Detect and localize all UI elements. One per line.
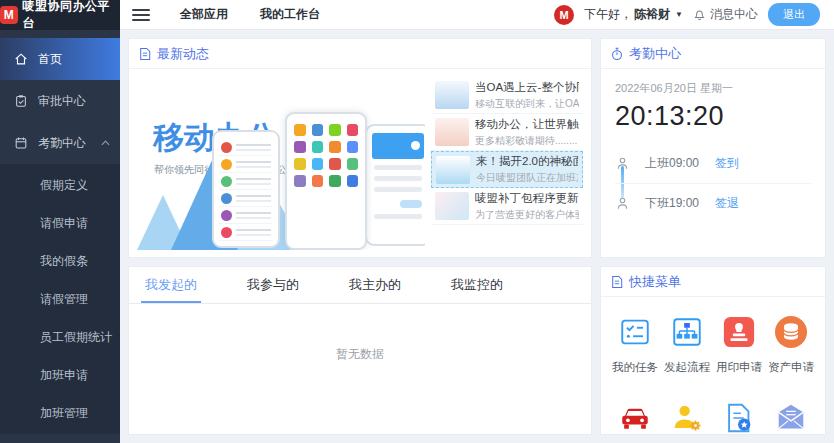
quick-item-new-mail[interactable]: 新建邮件 [765,399,817,435]
mail-envelope-icon [774,399,808,435]
quick-item-asset-request[interactable]: 资产申请 [765,313,817,375]
latest-news-panel: 最新动态 移动办公 帮你领先同行 把工作带出办公室 [128,38,592,258]
news-item[interactable]: 移动办公，让世界触手可 更多精彩敬请期待........ [431,114,583,151]
header-right: M 下午好，陈裕财 ▼ 消息中心 退出 [554,3,834,26]
quick-item-label: 用印申请 [716,360,762,375]
message-center-label: 消息中心 [710,6,758,23]
phone-contact-list [219,139,273,241]
asset-database-icon [773,313,809,351]
quick-menu-panel: 快捷菜单 我的任务 发起流程 [600,266,826,435]
message-center[interactable]: 消息中心 [693,6,758,23]
phone-mockup-contacts [212,130,280,248]
attendance-date: 2022年06月20日 星期一 [615,81,811,96]
shift-start-label: 上班09:00 [645,155,715,172]
news-desc: 今日唛盟团队正在加班加点， [476,171,578,185]
quick-item-new-contract[interactable]: 新建合同 [713,399,765,435]
sidebar-subitem-leave-request[interactable]: 请假申请 [0,204,120,242]
contract-document-icon [722,399,756,435]
user-menu[interactable]: 下午好，陈裕财 ▼ [584,6,683,23]
task-list-icon [618,313,652,351]
latest-news-header: 最新动态 [129,39,591,69]
news-title: 来！揭开2.0的神秘面纱- [476,154,578,169]
quick-menu-header: 快捷菜单 [601,267,825,297]
news-desc: 更多精彩敬请期待........ [475,134,579,148]
news-thumbnail [436,156,470,184]
quick-item-label: 我的任务 [612,360,658,375]
mobile-office-banner: 移动办公 帮你领先同行 把工作带出办公室 [137,77,425,250]
sidebar-subitem-overtime-management[interactable]: 加班管理 [0,394,120,432]
sidebar-item-attendance-center[interactable]: 考勤中心 [0,122,120,164]
quick-item-label: 资产申请 [768,360,814,375]
quick-item-seal-request[interactable]: 用印申请 [713,313,765,375]
person-icon [615,156,631,171]
phone-mockup-apps [285,112,367,250]
tab-hosted-by-me[interactable]: 我主办的 [345,267,405,303]
sidebar-subitem-overtime-request[interactable]: 加班申请 [0,356,120,394]
check-in-link[interactable]: 签到 [715,155,739,172]
quick-item-my-tasks[interactable]: 我的任务 [609,313,661,375]
attendance-submenu: 假期定义 请假申请 我的假条 请假管理 员工假期统计 加班申请 加班管理 [0,164,120,434]
attendance-row-checkout: 下班19:00 签退 [615,183,811,222]
attendance-clock: 20:13:20 [615,101,811,132]
sidebar-subitem-leave-management[interactable]: 请假管理 [0,280,120,318]
greeting-text: 下午好， [584,6,632,23]
document-icon [611,275,623,289]
bell-icon [693,8,706,21]
news-desc: 为了营造更好的客户体验，唛 [475,208,579,222]
logo-m-icon: M [0,6,18,24]
home-icon [14,52,28,66]
attendance-panel: 考勤中心 2022年06月20日 星期一 20:13:20 上班09:00 签到 [600,38,826,258]
user-avatar[interactable]: M [554,5,574,25]
news-title: 当OA遇上云-整个协同OA [475,80,579,95]
flowchart-icon [670,313,704,351]
phone-apps-grid [292,121,360,190]
news-item-selected[interactable]: 来！揭开2.0的神秘面纱- 今日唛盟团队正在加班加点， [431,151,583,188]
sidebar-subitem-holiday-definition[interactable]: 假期定义 [0,166,120,204]
sidebar: 首页 审批中心 考勤中心 假期定义 请假申请 我的假条 请假管理 员工假期统计 … [0,30,120,443]
nav-all-apps[interactable]: 全部应用 [180,6,228,23]
news-thumbnail [435,81,469,109]
quick-item-start-process[interactable]: 发起流程 [661,313,713,375]
tab-initiated-by-me[interactable]: 我发起的 [141,267,201,303]
panel-title: 考勤中心 [629,45,681,63]
news-item[interactable]: 唛盟补丁包程序更新 为了营造更好的客户体验，唛 [431,188,583,225]
sidebar-item-label: 首页 [38,51,62,68]
sidebar-item-approval-center[interactable]: 审批中心 [0,80,120,122]
sidebar-item-label: 审批中心 [38,93,86,110]
sidebar-item-label: 考勤中心 [38,135,86,152]
check-out-link[interactable]: 签退 [715,195,739,212]
quick-item-vehicle-request[interactable]: 用车申请 [609,399,661,435]
stamp-icon [722,313,756,351]
person-icon [615,196,631,211]
app-logo: M 唛盟协同办公平台 [0,0,120,30]
tab-monitored-by-me[interactable]: 我监控的 [447,267,507,303]
news-item[interactable]: 当OA遇上云-整个协同OA 移动互联的到来，让OA与云 [431,77,583,114]
top-nav: 全部应用 我的工作台 [180,6,320,23]
menu-toggle-icon[interactable] [132,9,150,21]
shift-end-label: 下班19:00 [645,195,715,212]
sidebar-subitem-my-leave-slips[interactable]: 我的假条 [0,242,120,280]
nav-my-workbench[interactable]: 我的工作台 [260,6,320,23]
news-desc: 移动互联的到来，让OA与云 [475,97,579,111]
app-title: 唛盟协同办公平台 [23,0,120,32]
top-header: M 唛盟协同办公平台 全部应用 我的工作台 M 下午好，陈裕财 ▼ 消息中心 退… [0,0,834,30]
phone-mockup-profile [365,124,425,246]
news-list: 当OA遇上云-整个协同OA 移动互联的到来，让OA与云 移动办公，让世界触手可 … [431,77,583,250]
tab-participated-by-me[interactable]: 我参与的 [243,267,303,303]
panel-title: 快捷菜单 [629,273,681,291]
news-title: 移动办公，让世界触手可 [475,117,579,132]
quick-item-meeting-request[interactable]: 会议申请 [661,399,713,435]
main-content: 最新动态 移动办公 帮你领先同行 把工作带出办公室 [120,30,834,443]
sidebar-item-home[interactable]: 首页 [0,38,120,80]
panel-title: 最新动态 [157,45,209,63]
document-icon [139,47,151,61]
logout-button[interactable]: 退出 [768,3,820,26]
news-thumbnail [435,192,469,220]
chevron-up-icon [101,140,110,146]
tasks-tab-bar: 我发起的 我参与的 我主办的 我监控的 [129,267,591,304]
person-gear-icon [670,399,704,435]
attendance-rows: 上班09:00 签到 下班19:00 签退 [615,144,811,222]
sidebar-subitem-employee-holiday-stats[interactable]: 员工假期统计 [0,318,120,356]
calendar-icon [14,136,28,150]
quick-item-label: 发起流程 [664,360,710,375]
